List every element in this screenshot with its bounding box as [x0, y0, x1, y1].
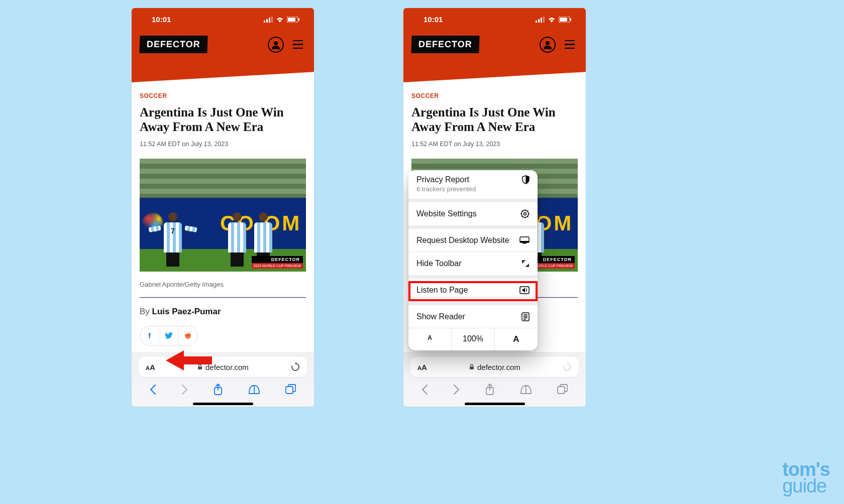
hero-caption: Gabriel Aponte/Getty Images [140, 281, 306, 288]
battery-icon [559, 17, 572, 23]
status-time: 10:01 [152, 15, 171, 24]
bookmarks-button[interactable] [248, 385, 260, 395]
lock-icon [469, 364, 474, 370]
svg-rect-5 [288, 18, 295, 22]
bookmarks-button[interactable] [520, 385, 532, 395]
svg-line-14 [188, 333, 190, 334]
phone-screenshot-left: 10:01 DEFECTOR SOCCER Argentina I [132, 8, 314, 407]
annotation-arrow [165, 350, 212, 370]
wifi-icon [548, 17, 556, 23]
status-icons [536, 17, 572, 23]
byline: By Luis Paez-Pumar [140, 307, 306, 317]
svg-rect-47 [470, 366, 474, 369]
article-body: SOCCER Argentina Is Just One Win Away Fr… [132, 82, 314, 346]
page-settings-button[interactable]: AA [417, 363, 427, 371]
home-indicator[interactable] [465, 403, 525, 405]
svg-point-11 [190, 334, 191, 335]
signal-icon [264, 17, 273, 23]
article-headline: Argentina Is Just One Win Away From A Ne… [140, 105, 306, 135]
back-button[interactable] [421, 384, 428, 395]
safari-chrome: AA defector.com [403, 352, 586, 407]
share-facebook[interactable]: f [140, 326, 159, 345]
menu-website-settings[interactable]: Website Settings [408, 202, 538, 225]
site-header: 10:01 DEFECTOR [403, 8, 586, 82]
svg-line-37 [528, 211, 529, 212]
menu-show-reader[interactable]: Show Reader [408, 305, 538, 328]
url-bar[interactable]: AA defector.com [139, 357, 307, 377]
privacy-subtext: 6 trackers prevented [416, 185, 530, 193]
divider [140, 297, 306, 298]
account-icon[interactable] [268, 37, 284, 53]
svg-point-12 [185, 334, 186, 335]
article-category[interactable]: SOCCER [411, 92, 578, 99]
page-settings-button[interactable]: AA [146, 363, 155, 371]
zoom-controls: A 100% A [408, 328, 538, 350]
svg-point-29 [524, 213, 526, 215]
menu-listen-to-page[interactable]: Listen to Page [408, 279, 538, 302]
svg-rect-39 [520, 241, 529, 242]
article-category[interactable]: SOCCER [140, 92, 306, 99]
share-twitter[interactable] [159, 326, 178, 345]
svg-rect-23 [543, 17, 545, 23]
zoom-in[interactable]: A [495, 328, 538, 350]
page-settings-menu: Privacy Report 6 trackers prevented Webs… [408, 170, 538, 350]
svg-rect-21 [538, 19, 540, 23]
safari-toolbar [403, 377, 586, 402]
watermark-logo: tom's guide [782, 461, 830, 494]
share-row: f [140, 326, 306, 346]
svg-line-34 [522, 211, 523, 212]
status-icons [264, 17, 300, 23]
account-icon[interactable] [540, 37, 556, 53]
speaker-icon [519, 286, 530, 294]
menu-request-desktop[interactable]: Request Desktop Website [408, 229, 538, 252]
article-timestamp: 11:52 AM EDT on July 13, 2023 [411, 141, 578, 148]
status-bar: 10:01 [132, 8, 314, 24]
nav-row: DEFECTOR [403, 24, 586, 53]
zoom-value[interactable]: 100% [452, 328, 495, 350]
svg-point-7 [274, 41, 278, 45]
share-button[interactable] [213, 384, 223, 396]
article-timestamp: 11:52 AM EDT on July 13, 2023 [140, 141, 306, 148]
svg-rect-2 [269, 18, 270, 23]
svg-rect-22 [541, 18, 542, 23]
zoom-out[interactable]: A [408, 328, 452, 350]
tabs-button[interactable] [285, 384, 296, 395]
url-bar[interactable]: AA defector.com [410, 357, 579, 377]
forward-button [453, 384, 460, 395]
refresh-button[interactable] [291, 362, 300, 371]
wifi-icon [276, 17, 284, 23]
site-logo[interactable]: DEFECTOR [411, 36, 479, 53]
tabs-button[interactable] [557, 384, 568, 395]
site-header: 10:01 DEFECTOR [132, 8, 314, 82]
svg-rect-25 [560, 18, 567, 22]
hamburger-icon[interactable] [293, 40, 303, 49]
article-headline: Argentina Is Just One Win Away From A Ne… [411, 105, 578, 135]
desktop-icon [519, 236, 530, 244]
hero-image: CO OM 7 DEFECTOR 2023 WORLD CUP PREVIEW [140, 159, 306, 272]
svg-rect-6 [298, 18, 299, 21]
share-button[interactable] [485, 384, 495, 396]
battery-icon [287, 17, 300, 23]
menu-privacy-report[interactable]: Privacy Report 6 trackers prevented [408, 170, 538, 199]
author-name[interactable]: Luis Paez-Pumar [152, 307, 221, 316]
safari-chrome: AA defector.com [132, 352, 314, 407]
svg-rect-26 [570, 18, 571, 21]
svg-rect-1 [266, 19, 268, 23]
hero-watermark: DEFECTOR 2023 WORLD CUP PREVIEW [252, 256, 303, 269]
hamburger-icon[interactable] [565, 40, 575, 49]
status-bar: 10:01 [403, 8, 586, 24]
menu-hide-toolbar[interactable]: Hide Toolbar [408, 252, 538, 275]
back-button[interactable] [149, 384, 156, 395]
home-indicator[interactable] [193, 403, 253, 405]
reader-icon [521, 312, 530, 321]
svg-rect-20 [536, 21, 537, 23]
svg-point-27 [546, 41, 550, 45]
svg-rect-51 [558, 387, 565, 394]
nav-row: DEFECTOR [132, 24, 314, 53]
share-reddit[interactable] [178, 326, 197, 345]
site-logo[interactable]: DEFECTOR [139, 36, 207, 53]
svg-rect-40 [522, 243, 526, 243]
url-text[interactable]: defector.com [432, 363, 558, 371]
svg-rect-3 [271, 17, 273, 23]
svg-rect-0 [264, 21, 265, 23]
